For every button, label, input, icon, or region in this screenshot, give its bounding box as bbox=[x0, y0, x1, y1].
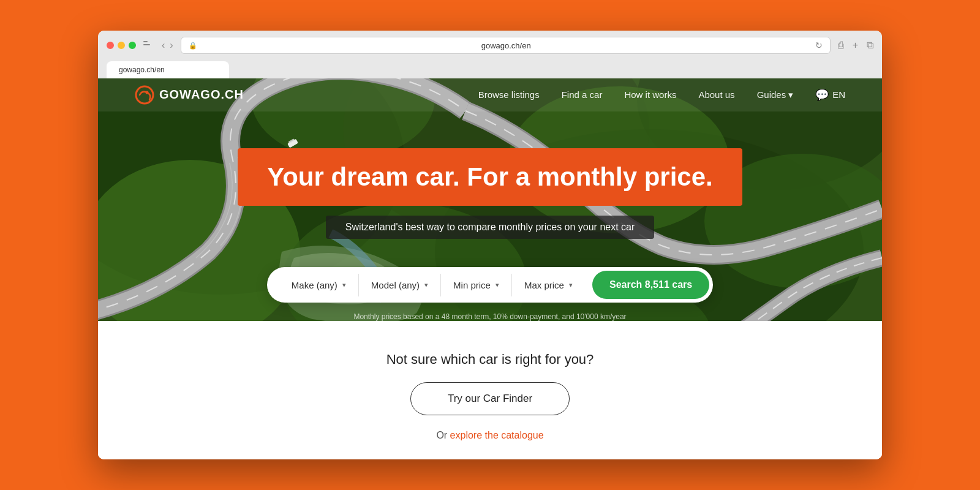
reload-icon[interactable]: ↻ bbox=[815, 40, 823, 50]
active-tab[interactable]: gowago.ch/en bbox=[107, 61, 229, 78]
svg-point-14 bbox=[146, 91, 149, 94]
make-label: Make (any) bbox=[292, 280, 337, 290]
max-price-label: Max price bbox=[524, 280, 564, 290]
make-select[interactable]: Make (any) ▾ bbox=[279, 274, 359, 296]
min-price-select[interactable]: Min price ▾ bbox=[441, 274, 512, 296]
back-button[interactable]: ‹ bbox=[162, 40, 165, 51]
search-bar: Make (any) ▾ Model (any) ▾ Min price ▾ M… bbox=[267, 267, 713, 303]
nav-about-us[interactable]: About us bbox=[698, 89, 734, 100]
logo-text: GOWAGO.CH bbox=[159, 88, 244, 102]
max-price-select[interactable]: Max price ▾ bbox=[512, 274, 585, 296]
hero-section: GOWAGO.CH Browse listings Find a car How… bbox=[98, 78, 882, 321]
new-tab-icon[interactable]: + bbox=[853, 40, 858, 51]
hero-content: Your dream car. For a monthly price. Swi… bbox=[98, 111, 882, 321]
website-content: GOWAGO.CH Browse listings Find a car How… bbox=[98, 78, 882, 459]
lock-icon: 🔒 bbox=[189, 42, 197, 50]
hero-headline: Your dream car. For a monthly price. bbox=[267, 162, 712, 192]
forward-button[interactable]: › bbox=[170, 40, 173, 51]
model-chevron-icon: ▾ bbox=[424, 281, 428, 289]
traffic-lights bbox=[107, 42, 136, 49]
car-finder-button[interactable]: Try our Car Finder bbox=[410, 382, 570, 415]
browser-tab-bar: gowago.ch/en bbox=[107, 59, 873, 78]
model-label: Model (any) bbox=[371, 280, 420, 290]
sidebar-toggle[interactable] bbox=[143, 41, 157, 50]
explore-text: Or explore the catalogue bbox=[436, 430, 543, 441]
tab-label: gowago.ch/en bbox=[119, 66, 165, 74]
chat-icon: 💬 bbox=[815, 88, 829, 102]
min-price-chevron-icon: ▾ bbox=[496, 281, 499, 289]
url-text: gowago.ch/en bbox=[201, 41, 812, 50]
browser-controls: ‹ › bbox=[143, 40, 173, 51]
address-bar[interactable]: 🔒 gowago.ch/en ↻ bbox=[181, 37, 831, 54]
bottom-section: Not sure which car is right for you? Try… bbox=[98, 321, 882, 459]
nav-browse-listings[interactable]: Browse listings bbox=[478, 89, 540, 100]
nav-how-it-works[interactable]: How it works bbox=[624, 89, 676, 100]
language-label: EN bbox=[832, 89, 845, 100]
hero-subtitle: Switzerland's best way to compare monthl… bbox=[345, 222, 635, 233]
close-button[interactable] bbox=[107, 42, 114, 49]
hero-headline-box: Your dream car. For a monthly price. bbox=[238, 148, 742, 206]
browser-window: ‹ › 🔒 gowago.ch/en ↻ ⎙ + ⧉ gowago.ch/en bbox=[98, 31, 882, 459]
nav-links: Browse listings Find a car How it works … bbox=[478, 88, 845, 102]
nav-guides[interactable]: Guides ▾ bbox=[757, 89, 794, 100]
search-disclaimer: Monthly prices based on a 48 month term,… bbox=[353, 312, 626, 321]
browser-actions: ⎙ + ⧉ bbox=[838, 40, 873, 51]
maximize-button[interactable] bbox=[129, 42, 136, 49]
chevron-down-icon: ▾ bbox=[788, 89, 793, 100]
make-chevron-icon: ▾ bbox=[342, 281, 346, 289]
minimize-button[interactable] bbox=[118, 42, 125, 49]
browser-top-bar: ‹ › 🔒 gowago.ch/en ↻ ⎙ + ⧉ bbox=[107, 37, 873, 54]
logo-icon bbox=[135, 85, 154, 105]
language-selector[interactable]: 💬 EN bbox=[815, 88, 845, 102]
explore-catalogue-link[interactable]: explore the catalogue bbox=[450, 430, 544, 440]
nav-find-a-car[interactable]: Find a car bbox=[562, 89, 603, 100]
logo[interactable]: GOWAGO.CH bbox=[135, 85, 244, 105]
min-price-label: Min price bbox=[453, 280, 491, 290]
search-button[interactable]: Search 8,511 cars bbox=[592, 271, 709, 299]
navigation: GOWAGO.CH Browse listings Find a car How… bbox=[98, 78, 882, 111]
share-icon[interactable]: ⎙ bbox=[838, 40, 844, 51]
hero-subtitle-box: Switzerland's best way to compare monthl… bbox=[326, 216, 655, 239]
model-select[interactable]: Model (any) ▾ bbox=[359, 274, 441, 296]
browser-chrome: ‹ › 🔒 gowago.ch/en ↻ ⎙ + ⧉ gowago.ch/en bbox=[98, 31, 882, 78]
max-price-chevron-icon: ▾ bbox=[569, 281, 573, 289]
tabs-icon[interactable]: ⧉ bbox=[867, 40, 873, 51]
explore-prefix: Or bbox=[436, 430, 450, 440]
car-finder-question: Not sure which car is right for you? bbox=[386, 352, 594, 368]
